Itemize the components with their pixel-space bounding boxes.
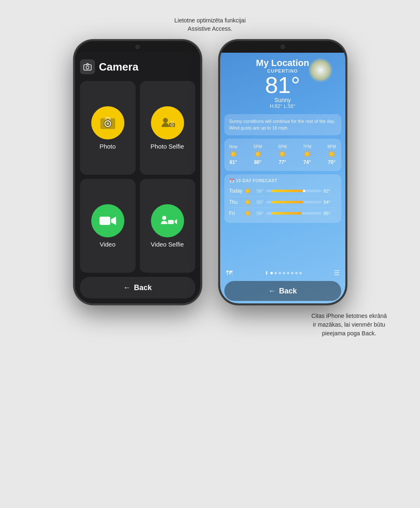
dot-8 — [299, 272, 302, 274]
annotation-bottom-container: Citas iPhone lietotnes ekrānāir mazākas,… — [8, 305, 412, 338]
hourly-7pm-icon: ☀️ — [303, 150, 311, 158]
forecast-today-low: 56° — [251, 188, 264, 193]
location-arrow-icon: ⬆ — [265, 270, 269, 276]
forecast-thu: Thu ☀️ 56° 84° — [229, 197, 336, 208]
annotation-top: Lietotne optimizēta funkcijaiAssistive A… — [175, 17, 246, 33]
hourly-5pm-time: 5PM — [253, 144, 262, 149]
forecast-thu-bar-fill — [272, 201, 303, 203]
hourly-7pm: 7PM ☀️ 74° — [303, 144, 311, 165]
video-label: Video — [100, 241, 115, 248]
weather-summary-text: Sunny conditions will continue for the r… — [229, 118, 336, 131]
camera-back-arrow: ← — [123, 283, 131, 292]
video-selfie-icon — [158, 212, 177, 229]
camera-back-button[interactable]: ← Back — [80, 277, 195, 298]
weather-app-screen: My Location CUPERTINO 81° Sunny H:82° L:… — [220, 53, 345, 303]
phones-row: Camera — [73, 39, 347, 305]
forecast-fri-bar-fill — [272, 212, 302, 215]
weather-hourly-card: Now ☀️ 81° 5PM ☀️ 80° 6PM ☀️ 77° — [224, 139, 341, 171]
svg-rect-11 — [168, 220, 174, 224]
weather-back-button[interactable]: ← Back — [224, 281, 341, 301]
forecast-fri: Fri ☀️ 56° 85° — [229, 208, 336, 219]
forecast-today-bar-dot — [303, 190, 305, 192]
hourly-8pm-time: 8PM — [328, 144, 336, 149]
list-icon[interactable]: ☰ — [334, 269, 340, 277]
forecast-thu-icon: ☀️ — [244, 199, 251, 205]
video-button[interactable]: Video — [80, 179, 136, 273]
hourly-8pm-temp: 70° — [328, 159, 335, 165]
hourly-8pm: 8PM ☀️ 70° — [328, 144, 336, 165]
camera-app-title: Camera — [99, 61, 138, 73]
camera-app-screen: Camera — [75, 53, 200, 303]
svg-rect-0 — [84, 65, 91, 70]
hourly-6pm: 6PM ☀️ 77° — [278, 144, 287, 165]
weather-forecast-card: 📅 10-DAY FORECAST Today ☀️ 56° 82° — [224, 174, 341, 223]
page-dots: ⬆ — [265, 270, 302, 276]
camera-app-icon — [80, 59, 95, 74]
weather-high-low: H:82° L:56° — [226, 103, 340, 109]
forecast-today: Today ☀️ 56° 82° — [229, 186, 336, 197]
video-selfie-circle — [151, 204, 184, 237]
forecast-fri-high: 85° — [324, 211, 336, 216]
forecast-today-bar — [266, 190, 321, 192]
weather-back-arrow: ← — [268, 287, 276, 296]
video-selfie-label: Video Selfie — [151, 241, 184, 248]
dot-1 — [270, 272, 273, 274]
hourly-6pm-icon: ☀️ — [278, 150, 286, 158]
hourly-6pm-time: 6PM — [278, 144, 287, 149]
weather-phone-screen: My Location CUPERTINO 81° Sunny H:82° L:… — [220, 53, 345, 303]
hourly-now: Now ☀️ 81° — [229, 144, 238, 165]
camera-phone-dot — [136, 45, 140, 49]
weather-condition: Sunny — [226, 97, 340, 103]
sun-glow-decoration — [308, 58, 333, 83]
svg-point-6 — [163, 118, 168, 123]
photo-selfie-icon — [158, 115, 177, 131]
photo-selfie-circle — [151, 106, 184, 139]
forecast-fri-icon: ☀️ — [244, 210, 251, 217]
hourly-row: Now ☀️ 81° 5PM ☀️ 80° 6PM ☀️ 77° — [229, 143, 336, 167]
map-icon[interactable]: 🗺 — [226, 269, 233, 277]
forecast-thu-bar — [266, 201, 321, 203]
video-selfie-button[interactable]: Video Selfie — [140, 179, 195, 273]
hourly-now-icon: ☀️ — [229, 150, 238, 158]
forecast-today-bar-fill — [272, 190, 305, 192]
hourly-7pm-temp: 74° — [303, 159, 311, 165]
hourly-5pm: 5PM ☀️ 80° — [253, 144, 262, 165]
hourly-8pm-icon: ☀️ — [328, 150, 336, 158]
photo-label: Photo — [100, 143, 116, 150]
dot-7 — [295, 272, 298, 274]
forecast-header: 📅 10-DAY FORECAST — [229, 178, 336, 183]
hourly-5pm-temp: 80° — [254, 159, 262, 165]
forecast-thu-day: Thu — [229, 199, 244, 205]
photo-button[interactable]: Photo — [80, 81, 136, 175]
svg-rect-9 — [100, 217, 110, 225]
forecast-thu-low: 56° — [251, 200, 264, 205]
camera-header: Camera — [80, 59, 195, 74]
camera-phone-screen: Camera — [75, 53, 200, 303]
hourly-5pm-icon: ☀️ — [254, 150, 262, 158]
forecast-today-high: 82° — [324, 188, 336, 193]
hourly-now-time: Now — [229, 144, 238, 149]
camera-grid: Photo — [80, 81, 195, 273]
forecast-today-day: Today — [229, 188, 244, 194]
photo-selfie-button[interactable]: Photo Selfie — [140, 81, 195, 175]
dot-6 — [291, 272, 294, 274]
camera-icon — [83, 63, 92, 71]
video-icon — [99, 213, 117, 228]
hourly-7pm-time: 7PM — [303, 144, 311, 149]
photo-selfie-label: Photo Selfie — [151, 143, 184, 150]
hourly-6pm-temp: 77° — [279, 159, 286, 165]
dot-5 — [287, 272, 289, 274]
dot-4 — [283, 272, 285, 274]
weather-phone: My Location CUPERTINO 81° Sunny H:82° L:… — [218, 39, 347, 305]
forecast-label-text: 10-DAY FORECAST — [236, 178, 277, 183]
forecast-thu-high: 84° — [324, 200, 336, 205]
photo-icon — [100, 115, 116, 130]
weather-phone-dot — [281, 45, 285, 49]
camera-phone-top-bar — [75, 41, 200, 53]
video-circle — [91, 204, 124, 237]
camera-back-label: Back — [134, 283, 152, 292]
svg-point-1 — [86, 66, 89, 69]
forecast-fri-day: Fri — [229, 210, 244, 216]
svg-point-5 — [107, 122, 109, 125]
calendar-icon: 📅 — [229, 178, 235, 183]
